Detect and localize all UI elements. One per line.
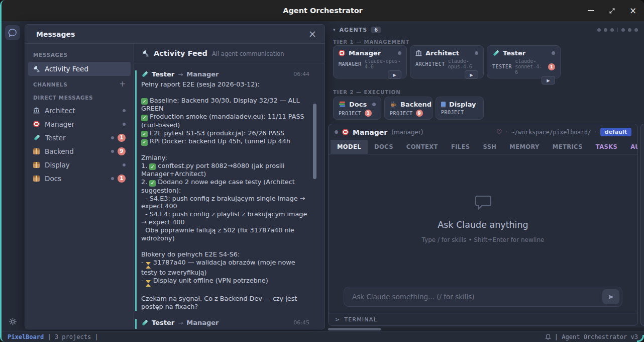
bell-icon[interactable] <box>545 333 551 340</box>
close-button[interactable]: × <box>629 7 637 15</box>
agents-header[interactable]: ▾ AGENTS 6 <box>327 24 644 35</box>
minimize-button[interactable] <box>587 7 595 15</box>
play-button[interactable]: ▶ <box>465 70 478 79</box>
agent-role: MANAGER <box>339 61 362 67</box>
coffee-icon <box>390 101 397 108</box>
dm-label: Architect <box>45 107 75 115</box>
agent-detail-name: Manager <box>353 128 387 136</box>
window-title: Agent Orchestrator <box>283 7 363 15</box>
presence-dot <box>111 177 114 180</box>
heart-icon[interactable]: ♡ <box>496 128 502 136</box>
ask-claude-input[interactable] <box>351 292 602 301</box>
overlay-close-button[interactable]: × <box>308 29 316 39</box>
collapse-caret-icon: ▾ <box>333 27 336 32</box>
agent-card-architect[interactable]: Architect ARCHITECT claude-opus-4-6 ▶ <box>410 45 484 78</box>
target-icon <box>33 121 40 127</box>
message-body: Pełny raport E2E (sesja 2026-03-12): ✓ B… <box>141 80 311 311</box>
agent-tab-bar: MODEL DOCS CONTEXT FILES SSH MEMORY METR… <box>329 140 637 154</box>
status-bar: PixelBoard | 3 projects | | Agent Orches… <box>2 331 644 342</box>
left-rail <box>2 21 24 331</box>
package-icon <box>33 176 40 182</box>
tab-memory[interactable]: MEMORY <box>503 140 546 154</box>
unread-badge: 1 <box>118 134 126 142</box>
dm-label: Display <box>45 161 70 169</box>
message-time: 06:44 <box>293 71 311 77</box>
app-window: Agent Orchestrator × Messages × MESSAGES <box>0 0 644 342</box>
feed-subtitle: All agent communication <box>212 50 284 57</box>
play-button[interactable]: ▶ <box>388 70 401 79</box>
tab-ssh[interactable]: SSH <box>476 140 503 154</box>
test-tube-icon <box>141 71 148 78</box>
agent-card-backend[interactable]: Backend PROJECT 9 <box>384 97 433 120</box>
package-icon <box>33 162 40 168</box>
status-dot <box>610 28 614 32</box>
unread-badge: 9 <box>416 110 423 117</box>
chevron-right-icon: > <box>335 316 340 323</box>
send-button[interactable] <box>602 289 619 304</box>
arrow-icon: → <box>178 71 183 78</box>
dm-item-architect[interactable]: Architect <box>25 104 134 117</box>
unread-badge: 1 <box>118 175 126 183</box>
presence-dot <box>123 163 126 166</box>
add-channel-button[interactable]: + <box>119 80 126 88</box>
dm-item-backend[interactable]: Backend 9 <box>25 144 134 158</box>
agents-panel: ▾ AGENTS 6 TIER 1 — MANAGEMENT Manager M… <box>327 21 644 331</box>
dm-label: Tester <box>45 134 65 142</box>
tab-docs[interactable]: DOCS <box>368 140 400 154</box>
feed-scroll-area[interactable]: Tester → Manager 06:44 Pełny raport E2E … <box>134 63 325 329</box>
empty-state-hint: Type / for skills • Shift+Enter for newl… <box>422 236 545 243</box>
unread-badge: 9 <box>118 147 126 155</box>
dm-item-tester[interactable]: Tester 1 <box>25 131 134 144</box>
target-icon <box>339 50 345 56</box>
tab-metrics[interactable]: METRICS <box>546 140 589 154</box>
tab-context[interactable]: CONTEXT <box>400 140 445 154</box>
channels-section-row: CHANNELS + <box>25 77 134 91</box>
agent-card-name: Display <box>449 101 476 108</box>
dm-item-manager[interactable]: Manager <box>25 117 134 131</box>
messages-overlay: Messages × MESSAGES Activity Feed CHANNE… <box>25 24 325 329</box>
sidebar-item-activity-feed[interactable]: Activity Feed <box>28 62 131 76</box>
tab-files[interactable]: FILES <box>445 140 477 154</box>
terminal-label: TERMINAL <box>344 316 377 323</box>
feed-message: Tester → Manager 06:45 Excellent! Edge c… <box>135 319 311 329</box>
terminal-toggle[interactable]: > TERMINAL <box>329 313 637 325</box>
test-tube-icon <box>141 319 148 326</box>
package-icon <box>33 148 40 154</box>
send-icon <box>608 294 614 300</box>
messages-overlay-header: Messages × <box>25 25 325 44</box>
agents-count-badge: 6 <box>371 27 381 33</box>
message-from: Tester <box>152 319 174 326</box>
window-corner-accent <box>637 335 644 342</box>
scrollbar-thumb[interactable] <box>328 328 381 330</box>
tab-model[interactable]: MODEL <box>331 140 368 154</box>
agent-card-tester[interactable]: Tester TESTER claude-sonnet-4-6 1 ▶ <box>487 45 561 78</box>
tab-tasks[interactable]: TASKS <box>589 140 624 154</box>
architect-icon <box>415 50 422 56</box>
dm-item-display[interactable]: Display <box>25 158 134 172</box>
tier2-label: TIER 2 — EXECUTION <box>333 90 401 95</box>
unread-badge: 1 <box>548 63 555 70</box>
agent-card-manager[interactable]: Manager MANAGER claude-opus-4-6 ▶ <box>333 45 407 78</box>
branch-badge[interactable]: default <box>600 128 631 136</box>
presence-dot <box>111 150 114 153</box>
agent-card-name: Tester <box>503 49 525 57</box>
status-dot <box>621 28 625 32</box>
tab-audit[interactable]: AUDIT <box>624 140 638 154</box>
window-controls: × <box>587 0 637 21</box>
agent-card-display[interactable]: Display PROJECT <box>436 97 484 120</box>
agent-card-docs[interactable]: Docs PROJECT 1 <box>333 97 381 120</box>
horizontal-scrollbar[interactable] <box>327 327 644 331</box>
agent-status-dot <box>398 51 401 55</box>
section-messages-label: MESSAGES <box>25 48 134 61</box>
gear-icon <box>9 317 17 326</box>
agent-status-dot <box>475 51 478 55</box>
messages-rail-button[interactable] <box>5 25 20 40</box>
agents-title: AGENTS <box>340 27 368 33</box>
dm-item-docs[interactable]: Docs 1 <box>25 172 134 185</box>
agent-role: PROJECT <box>339 111 362 116</box>
feed-scrollbar[interactable] <box>313 104 316 179</box>
maximize-button[interactable] <box>608 7 616 15</box>
play-button[interactable]: ▶ <box>542 76 555 84</box>
statusbar-projects: | 3 projects | <box>44 333 98 340</box>
settings-button[interactable] <box>2 317 24 326</box>
